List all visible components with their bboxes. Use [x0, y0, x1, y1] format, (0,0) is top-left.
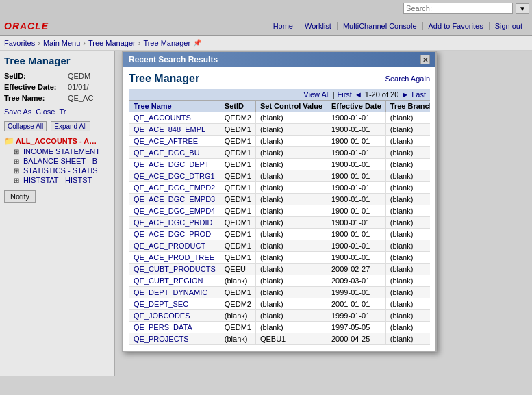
tree-name-link[interactable]: QE_ACE_848_EMPL — [134, 125, 205, 133]
content-area: Recent Search Results ✕ Tree Manager Sea… — [115, 51, 532, 376]
breadcrumb-favorites[interactable]: Favorites — [4, 39, 35, 47]
cell-branch: (blank) — [385, 333, 430, 345]
search-again-link[interactable]: Search Again — [385, 75, 430, 83]
tree-name-link[interactable]: QE_PROJECTS — [134, 335, 189, 343]
effdate-value: 01/01/ — [68, 83, 89, 91]
search-input[interactable] — [403, 3, 513, 14]
close-link[interactable]: Close — [36, 107, 55, 116]
col-setid: SetID — [220, 101, 255, 112]
cell-branch: (blank) — [385, 287, 430, 298]
cell-branch: (blank) — [385, 310, 430, 322]
table-row: QE_ACE_PROD_TREE QEDM1 (blank) 1900-01-0… — [129, 252, 431, 264]
collapse-all-btn[interactable]: Collapse All — [4, 121, 47, 131]
cell-setid: (blank) — [220, 310, 255, 322]
modal-close-btn[interactable]: ✕ — [420, 55, 430, 64]
expand-all-btn[interactable]: Expand All — [51, 121, 90, 131]
expander-balance[interactable]: ⊞ — [14, 157, 22, 165]
cell-set-control: (blank) — [255, 159, 327, 170]
tree-name-link[interactable]: QE_ACE_DGC_DEPT — [134, 160, 210, 168]
tree-name-link[interactable]: QE_JOBCODES — [134, 311, 190, 320]
tree-name-link[interactable]: QE_CUBT_REGION — [134, 277, 203, 285]
expander-income[interactable]: ⊞ — [14, 148, 22, 155]
cell-set-control: (blank) — [255, 194, 327, 205]
cell-set-control: (blank) — [255, 182, 327, 194]
search-dropdown-btn[interactable]: ▼ — [516, 3, 529, 14]
cell-branch: (blank) — [385, 252, 430, 264]
cell-tree-name: QE_ACE_DGC_EMPD2 — [129, 182, 220, 194]
tree-root-item[interactable]: 📁 ALL_ACCOUNTS - ALL_ — [4, 136, 110, 146]
first-link[interactable]: First — [337, 90, 351, 99]
tree-name-link[interactable]: QE_PERS_DATA — [134, 323, 192, 331]
worklist-link[interactable]: Worklist — [299, 22, 338, 30]
tree-label-balance[interactable]: BALANCE SHEET - B — [23, 157, 97, 165]
tr-link[interactable]: Tr — [59, 107, 66, 116]
tree-name-link[interactable]: QE_DEPT_SEC — [134, 300, 188, 308]
collapse-expand-btns: Collapse All Expand All — [4, 121, 110, 131]
breadcrumb-tree-manager2[interactable]: Tree Manager — [143, 39, 190, 47]
results-scroll[interactable]: Tree Name SetID Set Control Value Effect… — [129, 100, 430, 345]
tree-item-income[interactable]: ⊞ INCOME STATEMENT — [14, 146, 110, 156]
cell-set-control: (blank) — [255, 252, 327, 264]
cell-eff-date: 1900-01-01 — [327, 194, 386, 205]
cell-setid: QEDM1 — [220, 240, 255, 252]
table-row: QE_ACE_DGC_EMPD4 QEDM1 (blank) 1900-01-0… — [129, 205, 431, 217]
tree-label-income[interactable]: INCOME STATEMENT — [23, 147, 100, 155]
cell-set-control: (blank) — [255, 205, 327, 217]
cell-setid: QEDM1 — [220, 252, 255, 264]
tree-name-link[interactable]: QE_ACE_DGC_DTRG1 — [134, 172, 215, 180]
tree-name-link[interactable]: QE_ACE_DGC_EMPD4 — [134, 207, 215, 215]
tree-item-balance[interactable]: ⊞ BALANCE SHEET - B — [14, 156, 110, 166]
tree-label-statistics[interactable]: STATISTICS - STATIS — [23, 166, 98, 175]
notify-button[interactable]: Notify — [4, 190, 36, 203]
tree-name-link[interactable]: QE_ACE_DGC_EMPD3 — [134, 195, 215, 203]
tree-root-label[interactable]: ALL_ACCOUNTS - ALL_ — [16, 137, 98, 145]
expander-statistics[interactable]: ⊞ — [14, 167, 22, 175]
breadcrumb-sep2: › — [83, 39, 86, 47]
tree-name-link[interactable]: QE_ACCOUNTS — [134, 114, 191, 122]
cell-eff-date: 1999-01-01 — [327, 310, 386, 322]
table-row: QE_ACE_DGC_DTRG1 QEDM1 (blank) 1900-01-0… — [129, 170, 431, 182]
cell-eff-date: 2009-02-27 — [327, 264, 386, 275]
cell-branch: (blank) — [385, 136, 430, 147]
add-to-favorites-link[interactable]: Add to Favorites — [423, 22, 490, 30]
cell-tree-name: QE_ACE_PROD_TREE — [129, 252, 220, 264]
expander-histstat[interactable]: ⊞ — [14, 177, 22, 184]
cell-eff-date: 1900-01-01 — [327, 205, 386, 217]
home-link[interactable]: Home — [268, 22, 299, 30]
save-as-link[interactable]: Save As — [4, 107, 31, 116]
tree-name-link[interactable]: QE_ACE_PROD_TREE — [134, 253, 214, 262]
cell-setid: QEDM1 — [220, 322, 255, 333]
tree-label-histstat[interactable]: HISTSTAT - HISTST — [23, 176, 92, 184]
multichannel-link[interactable]: MultiChannel Console — [338, 22, 423, 30]
breadcrumb-main-menu[interactable]: Main Menu — [43, 39, 80, 47]
tree-name-link[interactable]: QE_ACE_DGC_EMPD2 — [134, 183, 215, 192]
cell-set-control: (blank) — [255, 147, 327, 159]
table-row: QE_PROJECTS (blank) QEBU1 2000-04-25 (bl… — [129, 333, 431, 345]
cell-set-control: (blank) — [255, 275, 327, 287]
last-link[interactable]: Last — [411, 90, 426, 99]
tree-item-histstat[interactable]: ⊞ HISTSTAT - HISTST — [14, 175, 110, 185]
tree-name-link[interactable]: QE_ACE_DGC_PROD — [134, 230, 211, 238]
cell-eff-date: 2001-01-01 — [327, 298, 386, 310]
cell-branch: (blank) — [385, 147, 430, 159]
tree-name-link[interactable]: QE_CUBT_PRODUCTS — [134, 265, 216, 273]
cell-set-control: (blank) — [255, 310, 327, 322]
view-all-link[interactable]: View All — [303, 90, 329, 99]
breadcrumb-tree-manager1[interactable]: Tree Manager — [88, 39, 136, 47]
sign-out-link[interactable]: Sign out — [490, 22, 528, 30]
cell-tree-name: QE_ACE_AFTREE — [129, 136, 220, 147]
tree-name-link[interactable]: QE_DEPT_DYNAMIC — [134, 288, 207, 296]
cell-branch: (blank) — [385, 322, 430, 333]
table-row: QE_ACE_DGC_DEPT QEDM1 (blank) 1900-01-01… — [129, 159, 431, 170]
tree-name-link[interactable]: QE_ACE_DGC_BU — [134, 149, 200, 157]
tree-name-link[interactable]: QE_ACE_AFTREE — [134, 137, 198, 145]
cell-branch: (blank) — [385, 159, 430, 170]
table-row: QE_ACE_AFTREE QEDM1 (blank) 1900-01-01 (… — [129, 136, 431, 147]
tree-item-statistics[interactable]: ⊞ STATISTICS - STATIS — [14, 166, 110, 175]
tree-name-link[interactable]: QE_ACE_PRODUCT — [134, 242, 205, 250]
prev-link[interactable]: ◄ — [355, 90, 362, 99]
next-link[interactable]: ► — [401, 90, 409, 99]
tree-name-link[interactable]: QE_ACE_DGC_PRDID — [134, 218, 213, 227]
setid-row: SetID: QEDM — [4, 72, 110, 80]
modal-header: Recent Search Results ✕ — [123, 52, 435, 67]
